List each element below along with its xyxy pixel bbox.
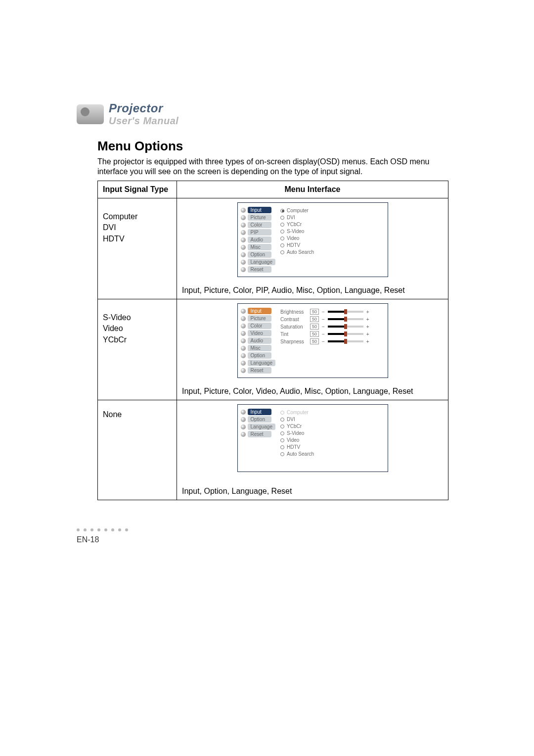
osd-menu-item: Picture	[241, 315, 276, 322]
slider-track	[328, 333, 363, 335]
osd-menu-item: PIP	[241, 229, 276, 236]
bullet-icon	[241, 410, 246, 415]
th-interface: Menu Interface	[177, 181, 448, 198]
signal-label: Video	[103, 323, 172, 334]
bullet-icon	[241, 309, 246, 314]
osd-menu-label: Reset	[248, 266, 271, 273]
osd-menu-item: Picture	[241, 214, 276, 221]
osd-slider-label: Tint	[280, 331, 307, 337]
osd-menu-label: Input	[248, 308, 271, 314]
osd-menu-item: Input	[241, 409, 276, 415]
bullet-icon	[241, 331, 246, 336]
signal-label: DVI	[103, 222, 172, 233]
radio-icon	[280, 418, 284, 422]
osd-menu-label: Language	[248, 360, 276, 366]
osd-menu-item: Reset	[241, 431, 276, 437]
bullet-icon	[241, 338, 246, 343]
osd-slider-row: Brightness50−+	[280, 309, 369, 315]
osd-slider-row: Contrast50−+	[280, 316, 369, 322]
radio-icon	[280, 445, 284, 449]
table-row: NoneInputOptionLanguageResetComputerDVIY…	[98, 400, 448, 500]
osd-menu-item: Language	[241, 424, 276, 430]
osd-slider-label: Brightness	[280, 309, 307, 315]
slider-fill	[328, 311, 346, 313]
minus-icon: −	[322, 339, 325, 344]
osd-radio-label: Computer	[287, 410, 309, 415]
slider-knob-icon	[344, 317, 347, 322]
osd-slider-row: Sharpness50−+	[280, 338, 369, 344]
minus-icon: −	[322, 317, 325, 322]
osd-menu-label: Misc	[248, 345, 271, 351]
radio-icon	[280, 236, 284, 240]
interface-cell: InputPictureColorVideoAudioMiscOptionLan…	[177, 299, 448, 400]
osd-radio-label: YCbCr	[287, 424, 302, 429]
radio-icon	[280, 243, 284, 247]
interface-caption: Input, Picture, Color, PIP, Audio, Misc,…	[182, 286, 443, 295]
bullet-icon	[241, 267, 246, 272]
signal-label: S-Video	[103, 312, 172, 323]
slider-knob-icon	[344, 339, 347, 344]
osd-radio-label: Auto Search	[287, 249, 314, 255]
slider-track	[328, 340, 363, 342]
plus-icon: +	[366, 339, 369, 344]
slider-fill	[328, 340, 346, 342]
bullet-icon	[241, 417, 246, 422]
radio-icon	[280, 431, 284, 435]
osd-menu-item: Reset	[241, 367, 276, 374]
osd-radio-label: DVI	[287, 215, 295, 220]
osd-left-column: InputPictureColorPIPAudioMiscOptionLangu…	[241, 207, 276, 273]
interface-caption: Input, Option, Language, Reset	[182, 487, 443, 496]
osd-menu-item: Option	[241, 352, 276, 359]
osd-radio-label: Computer	[287, 208, 309, 213]
slider-track	[328, 326, 363, 328]
bullet-icon	[241, 353, 246, 358]
osd-slider-value: 50	[310, 331, 319, 337]
osd-menu-item: Video	[241, 330, 276, 336]
osd-radio-label: Video	[287, 236, 299, 241]
radio-icon	[280, 230, 284, 234]
osd-menu-label: Language	[248, 424, 276, 430]
osd-menu-label: Option	[248, 416, 271, 423]
osd-slider-label: Sharpness	[280, 339, 307, 344]
table-row: ComputerDVIHDTVInputPictureColorPIPAudio…	[98, 198, 448, 299]
section-title: Menu Options	[97, 139, 448, 154]
plus-icon: +	[366, 331, 369, 337]
signal-label: YCbCr	[103, 334, 172, 345]
osd-slider-value: 50	[310, 338, 319, 344]
osd-menu-item: Misc	[241, 345, 276, 351]
osd-slider-row: Saturation50−+	[280, 324, 369, 330]
projector-icon	[77, 104, 104, 124]
osd-box: InputPictureColorPIPAudioMiscOptionLangu…	[237, 202, 388, 277]
osd-radio-row: Auto Search	[280, 451, 314, 457]
slider-track	[328, 311, 363, 313]
content: Menu Options The projector is equipped w…	[97, 139, 448, 500]
osd-radio-row: DVI	[280, 417, 314, 422]
osd-radio-label: HDTV	[287, 242, 300, 248]
osd-menu-item: Option	[241, 416, 276, 423]
osd-right-column: ComputerDVIYCbCrS-VideoVideoHDTVAuto Sea…	[280, 409, 314, 457]
osd-menu-item: Audio	[241, 337, 276, 344]
bullet-icon	[241, 223, 246, 228]
osd-radio-row: HDTV	[280, 242, 314, 248]
osd-radio-row: Computer	[280, 410, 314, 415]
interface-cell: InputPictureColorPIPAudioMiscOptionLangu…	[177, 198, 448, 299]
bullet-icon	[241, 252, 246, 257]
bullet-icon	[241, 230, 246, 235]
signal-label: HDTV	[103, 234, 172, 244]
menu-table: Input Signal Type Menu Interface Compute…	[97, 181, 448, 500]
bullet-icon	[241, 432, 246, 437]
page-number: EN-18	[77, 535, 99, 544]
signal-cell: None	[98, 400, 177, 500]
slider-fill	[328, 333, 346, 335]
osd-radio-label: S-Video	[287, 430, 304, 436]
minus-icon: −	[322, 309, 325, 315]
osd-menu-label: Audio	[248, 337, 271, 344]
slider-knob-icon	[344, 324, 347, 329]
bullet-icon	[241, 425, 246, 429]
osd-slider-value: 50	[310, 316, 319, 322]
osd-radio-row: HDTV	[280, 444, 314, 450]
osd-menu-label: Picture	[248, 315, 271, 322]
osd-menu-item: Audio	[241, 236, 276, 243]
osd-left-column: InputOptionLanguageReset	[241, 409, 276, 457]
th-signal: Input Signal Type	[98, 181, 177, 198]
